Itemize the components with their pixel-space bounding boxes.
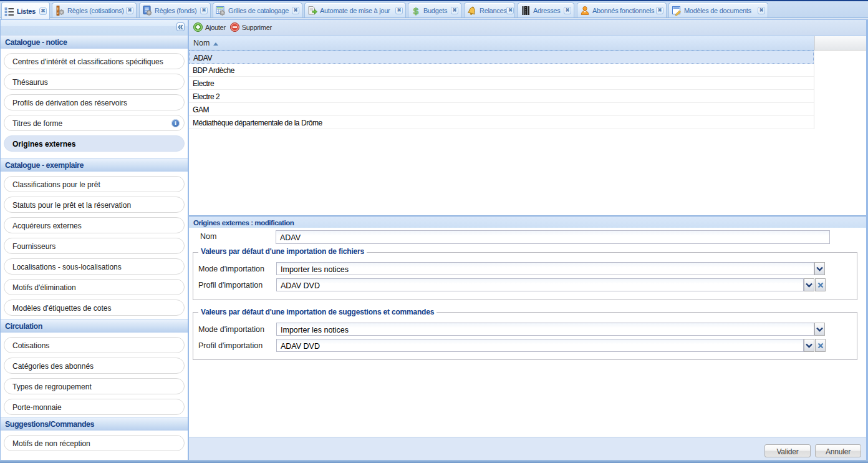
svg-text:$: $ <box>413 6 419 16</box>
